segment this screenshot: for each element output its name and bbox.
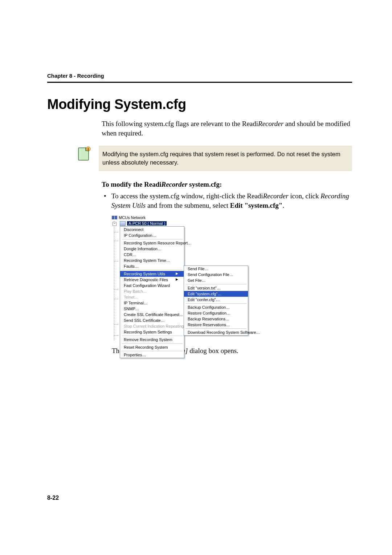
header-rule (47, 82, 352, 83)
menu-item[interactable]: Backup Configuration… (184, 304, 248, 310)
tree-tick (114, 324, 118, 325)
text: This following system.cfg flags are rele… (102, 120, 258, 127)
menu-item[interactable]: Recording System Utils▶ (120, 271, 184, 277)
text: dialog box opens. (188, 347, 238, 355)
menu-separator (185, 303, 246, 304)
menu-separator (122, 336, 183, 336)
menu-separator (122, 343, 183, 344)
context-menu-sub: Send File…Send Configuration File…Get Fi… (184, 266, 248, 336)
text: icon, click (289, 192, 321, 200)
tree-tick (114, 241, 118, 241)
menu-item[interactable]: Restore Reservations… (184, 322, 248, 328)
tree-line (114, 221, 114, 340)
menu-item[interactable]: Create SSL Certificate Request… (120, 312, 184, 317)
text-italic: Recorder (258, 120, 283, 127)
embedded-screenshot: MCUs Network − A-PCR 50 ( Normal ) Disco… (112, 215, 250, 344)
menu-item[interactable]: Fast Configuration Wizard (120, 283, 184, 288)
menu-item[interactable]: Edit "confer.cfg"… (184, 297, 248, 303)
tree-root[interactable]: MCUs Network (112, 215, 250, 220)
bullet-item: • To access the system.cfg window, right… (102, 191, 352, 210)
menu-item[interactable]: Download Recording System Software… (184, 329, 248, 335)
text: To access the system.cfg window, right-c… (111, 192, 263, 200)
menu-item[interactable]: Properties… (120, 352, 184, 358)
menu-item[interactable]: Recording System Time… (120, 258, 184, 263)
page-number: 8-22 (47, 495, 59, 501)
context-menu-main: DisconnectIP Configuration…Recording Sys… (120, 226, 184, 358)
tree-collapse-icon[interactable]: − (113, 222, 117, 226)
text-italic: Recorder (263, 192, 289, 200)
tree-selected-node[interactable]: A-PCR 50 ( Normal ) (120, 221, 167, 226)
menu-separator (122, 270, 183, 270)
menu-item: Play Batch… (120, 288, 184, 294)
svg-rect-2 (88, 149, 89, 151)
menu-item[interactable]: Recording System Settings (120, 329, 184, 335)
text: system.cfg: (187, 181, 222, 188)
menu-separator (185, 284, 246, 284)
text-bold: Edit "system.cfg" (230, 202, 283, 209)
text-italic: Recorder (162, 181, 188, 188)
tree-tick (114, 335, 118, 336)
chapter-header: Chapter 8 - Recording (47, 73, 352, 79)
note-box: Modifying the system.cfg requires that s… (99, 146, 352, 171)
menu-item[interactable]: CDR… (120, 252, 184, 258)
menu-item[interactable]: Edit "version.txt"… (184, 285, 248, 291)
menu-item[interactable]: Restore Configuration… (184, 310, 248, 316)
menu-item[interactable]: Dongle Information… (120, 246, 184, 252)
tree-tick (114, 232, 118, 232)
procedure-block: To modify the ReadiRecorder system.cfg: … (102, 181, 352, 355)
menu-item[interactable]: IP Configuration… (120, 232, 184, 238)
menu-item[interactable]: Remove Recording System (120, 337, 184, 343)
page-title: Modifying System.cfg (47, 97, 352, 112)
tree-selected-label: A-PCR 50 ( Normal ) (127, 221, 167, 226)
svg-point-3 (88, 148, 89, 149)
tree-tick (114, 289, 118, 290)
menu-item: Telnet… (120, 294, 184, 300)
menu-item[interactable]: Send File… (184, 266, 248, 272)
menu-item[interactable]: Faults… (120, 263, 184, 269)
menu-item[interactable]: Disconnect (120, 227, 184, 232)
text: To modify the Readi (102, 181, 162, 188)
menu-item[interactable]: Send Configuration File… (184, 272, 248, 278)
menu-item[interactable]: Reset Recording System (120, 344, 184, 350)
menu-item[interactable]: Get File… (184, 278, 248, 283)
menu-separator (122, 351, 183, 351)
menu-item[interactable]: IP Terminal… (120, 300, 184, 306)
menu-item[interactable]: Recording System Resource Report… (120, 240, 184, 246)
menu-item: Stop Current Indication Repeating (120, 323, 184, 329)
menu-item[interactable]: Backup Reservations… (184, 316, 248, 322)
tree-root-label: MCUs Network (119, 215, 146, 220)
menu-separator (122, 239, 183, 239)
tree-tick (114, 261, 118, 262)
tree-tick (114, 299, 118, 299)
procedure-heading: To modify the ReadiRecorder system.cfg: (102, 181, 352, 189)
bullet-text: To access the system.cfg window, right-c… (111, 191, 352, 210)
content-block: This following system.cfg flags are rele… (102, 119, 352, 138)
recorder-icon (120, 221, 126, 226)
bullet-dot: • (104, 191, 106, 210)
menu-item[interactable]: Send SSL Certificate… (120, 317, 184, 323)
submenu-arrow-icon: ▶ (176, 272, 178, 275)
document-page: Chapter 8 - Recording Modifying System.c… (0, 0, 392, 555)
menu-item[interactable]: Edit "system.cfg"… (184, 291, 248, 297)
note-row: Modifying the system.cfg requires that s… (76, 146, 352, 171)
menu-separator (185, 328, 246, 329)
text: and from the submenu, select (146, 202, 230, 209)
intro-paragraph: This following system.cfg flags are rele… (102, 119, 352, 138)
menu-item[interactable]: SNMP… (120, 306, 184, 312)
text: . (282, 202, 284, 209)
submenu-arrow-icon: ▶ (176, 278, 178, 281)
note-icon (76, 146, 92, 162)
menu-item[interactable]: Retrieve Diagnostic Files▶ (120, 277, 184, 283)
mcu-network-icon (112, 216, 117, 219)
